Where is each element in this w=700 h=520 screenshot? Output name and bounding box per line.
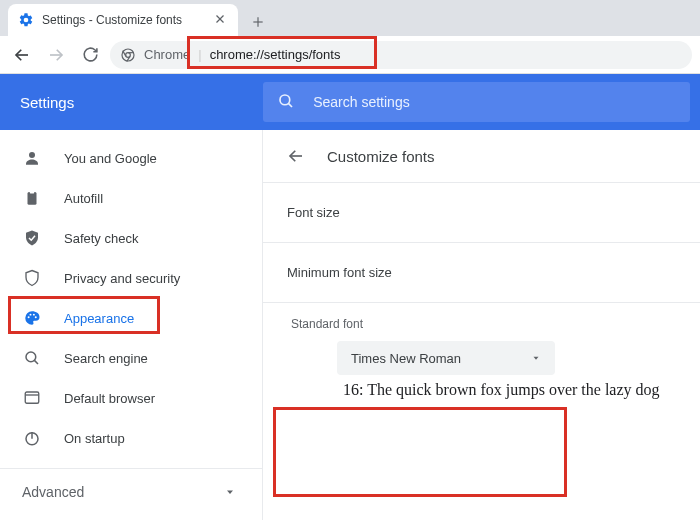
svg-rect-15 [30,191,35,194]
svg-rect-14 [28,192,37,205]
browser-icon [22,388,42,408]
svg-point-16 [28,316,30,318]
chevron-down-icon [224,486,236,498]
standard-font-label: Standard font [287,317,676,331]
omnibox-url: chrome://settings/fonts [210,47,341,62]
new-tab-button[interactable] [244,8,272,36]
sidebar-item-label: You and Google [64,151,157,166]
min-font-size-row[interactable]: Minimum font size [263,242,700,302]
search-icon [22,348,42,368]
sidebar-item-label: Safety check [64,231,138,246]
font-size-label: Font size [287,205,340,220]
annotation-box [273,407,567,497]
palette-icon [22,308,42,328]
standard-font-select[interactable]: Times New Roman [337,341,555,375]
svg-point-20 [26,352,36,362]
shield-check-icon [22,228,42,248]
advanced-label: Advanced [22,484,84,500]
power-icon [22,428,42,448]
browser-tab[interactable]: Settings - Customize fonts [8,4,238,36]
chrome-icon [120,47,136,63]
settings-title: Settings [0,94,263,111]
sidebar-item-label: Privacy and security [64,271,180,286]
svg-line-21 [34,360,38,364]
close-icon[interactable] [214,13,228,27]
standard-font-value: Times New Roman [351,351,461,366]
back-button[interactable] [8,41,36,69]
sidebar-item-autofill[interactable]: Autofill [0,178,262,218]
min-font-size-label: Minimum font size [287,265,392,280]
clipboard-icon [22,188,42,208]
back-icon[interactable] [287,147,305,165]
page-title: Customize fonts [327,148,435,165]
sidebar-item-safety-check[interactable]: Safety check [0,218,262,258]
svg-point-13 [29,152,35,158]
sidebar-item-on-startup[interactable]: On startup [0,418,262,458]
sidebar-item-search-engine[interactable]: Search engine [0,338,262,378]
sidebar-item-label: Default browser [64,391,155,406]
sidebar-item-you-and-google[interactable]: You and Google [0,138,262,178]
page-header: Customize fonts [263,130,700,182]
sidebar-item-label: Search engine [64,351,148,366]
search-input[interactable] [313,94,676,110]
omnibox-scheme: Chrome [144,47,190,62]
chevron-down-icon [531,353,541,363]
settings-header: Settings [0,74,700,130]
sidebar-item-label: Autofill [64,191,103,206]
svg-point-18 [33,314,35,316]
svg-point-17 [30,314,32,316]
standard-font-row: Standard font Times New Roman 16: The qu… [263,302,700,407]
sidebar-item-appearance[interactable]: Appearance [0,298,262,338]
svg-rect-22 [25,392,39,403]
tab-strip: Settings - Customize fonts [0,0,700,36]
sidebar-item-label: On startup [64,431,125,446]
svg-point-19 [35,316,37,318]
settings-sidebar: You and Google Autofill Safety check Pri… [0,130,263,520]
person-icon [22,148,42,168]
svg-point-11 [280,95,290,105]
forward-button[interactable] [42,41,70,69]
tab-title: Settings - Customize fonts [42,13,214,27]
browser-toolbar: Chrome | chrome://settings/fonts [0,36,700,74]
svg-line-12 [288,103,292,107]
sidebar-item-label: Appearance [64,311,134,326]
font-size-row[interactable]: Font size [263,182,700,242]
search-icon [277,92,295,112]
sidebar-item-default-browser[interactable]: Default browser [0,378,262,418]
sidebar-item-privacy[interactable]: Privacy and security [0,258,262,298]
gear-icon [18,12,34,28]
address-bar[interactable]: Chrome | chrome://settings/fonts [110,41,692,69]
font-sample: 16: The quick brown fox jumps over the l… [287,375,676,399]
shield-icon [22,268,42,288]
reload-button[interactable] [76,41,104,69]
settings-main: Customize fonts Font size Minimum font s… [263,130,700,520]
svg-marker-26 [227,490,233,494]
sidebar-advanced[interactable]: Advanced [0,468,262,514]
svg-marker-28 [534,357,539,360]
search-settings[interactable] [263,82,690,122]
